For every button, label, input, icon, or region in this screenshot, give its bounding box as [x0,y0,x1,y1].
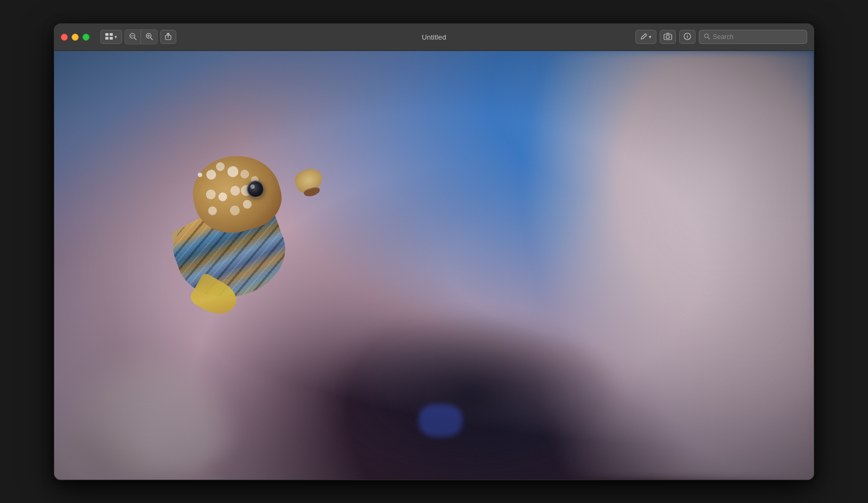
pen-icon [640,33,648,42]
maximize-button[interactable] [82,34,90,41]
svg-rect-2 [105,37,108,40]
share-button[interactable] [160,30,176,44]
search-icon [704,33,710,41]
svg-line-18 [708,37,710,39]
svg-line-8 [151,37,153,40]
toolbar-right: ▾ [635,30,807,44]
pen-chevron-icon: ▾ [649,34,652,40]
zoom-in-icon [145,33,153,42]
view-toggle-button[interactable]: ▾ [100,30,122,44]
svg-rect-0 [105,33,108,36]
blue-accent-decoration [419,404,462,437]
app-window: ▾ [54,24,814,480]
info-icon [684,33,691,42]
share-icon [164,33,172,42]
zoom-in-button[interactable] [141,30,157,44]
chevron-down-icon: ▾ [114,34,117,40]
zoom-out-button[interactable] [125,30,141,44]
image-viewer-content [54,51,814,480]
info-button[interactable] [679,30,695,44]
shadow-center-decoration [320,308,624,480]
traffic-lights [61,34,90,41]
close-button[interactable] [61,34,68,41]
search-box[interactable] [699,30,807,44]
svg-line-5 [134,37,136,40]
window-title: Untitled [422,33,446,41]
fish-scene [54,51,814,480]
zoom-controls [124,29,158,44]
screenshot-button[interactable] [660,30,676,44]
zoom-out-icon [129,33,137,42]
fish-subject [161,145,312,319]
minimize-button[interactable] [72,34,79,41]
search-input[interactable] [713,33,802,41]
svg-point-13 [666,35,669,39]
coral-left-decoration [54,344,244,480]
svg-rect-3 [110,37,113,40]
svg-rect-1 [110,33,113,36]
fish-eye [245,179,266,200]
toolbar-left: ▾ [100,29,176,44]
titlebar: ▾ [54,24,814,51]
annotation-button[interactable]: ▾ [635,30,656,44]
camera-icon [663,33,672,42]
view-icon [105,33,113,41]
svg-point-16 [687,34,687,35]
